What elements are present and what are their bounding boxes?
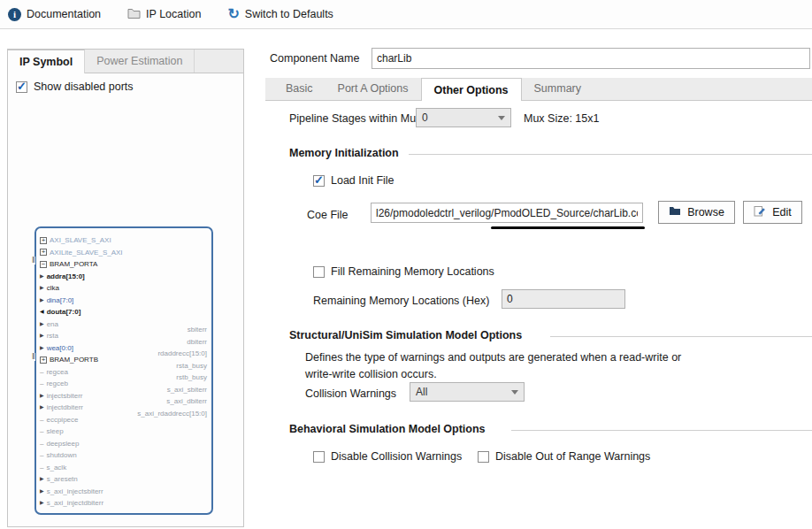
port-stub-icon: [40, 438, 43, 450]
fill-remaining-checkbox[interactable]: Fill Remaining Memory Locations: [313, 265, 494, 278]
tab-summary[interactable]: Summary: [522, 78, 594, 100]
port-label: s_axi_dbiterr: [166, 395, 207, 408]
port-row[interactable]: wea[0:0]: [40, 342, 123, 355]
port-label: clka: [47, 282, 59, 295]
port-row[interactable]: BRAM_PORTA: [40, 258, 123, 271]
plus-icon[interactable]: [40, 356, 47, 364]
remaining-hex-input[interactable]: [502, 289, 625, 309]
port-row[interactable]: douta[7:0]: [40, 306, 123, 318]
ports-right-column: sbiterr dbiterr rdaddrecc[15:0] rsta_bus…: [137, 324, 207, 419]
port-row[interactable]: sleep: [40, 426, 123, 438]
documentation-button[interactable]: Documentation: [8, 8, 101, 21]
tab-power-estimation[interactable]: Power Estimation: [85, 50, 195, 73]
port-row[interactable]: AXI_SLAVE_S_AXI: [40, 234, 123, 247]
toolbar: Documentation IP Location Switch to Defa…: [0, 0, 812, 29]
port-label: s_axi_injectdbiterr: [47, 497, 103, 510]
port-row[interactable]: rdaddrecc[15:0]: [137, 348, 207, 360]
port-row[interactable]: deepsleep: [40, 438, 123, 450]
port-row[interactable]: clka: [40, 282, 123, 295]
disable-collision-warnings-checkbox[interactable]: Disable Collision Warnings: [313, 450, 462, 463]
port-row[interactable]: dina[7:0]: [40, 295, 123, 307]
switch-to-defaults-button[interactable]: Switch to Defaults: [227, 8, 333, 20]
port-row[interactable]: sbiterr: [137, 324, 207, 336]
port-row[interactable]: s_axi_injectdbiterr: [40, 497, 123, 510]
browse-button[interactable]: Browse: [658, 201, 735, 224]
fill-remaining-label: Fill Remaining Memory Locations: [331, 265, 494, 278]
port-row[interactable]: regcea: [40, 366, 123, 379]
port-label: douta[7:0]: [47, 306, 81, 318]
port-row[interactable]: s_axi_rdaddrecc[15:0]: [137, 408, 207, 420]
port-label: AXILite_SLAVE_S_AXI: [50, 247, 123, 259]
pipeline-stages-label: Pipeline Stages within Mux: [289, 112, 421, 125]
port-label: regceb: [46, 378, 67, 390]
disable-out-of-range-checkbox[interactable]: Disable Out of Range Warnings: [478, 450, 650, 463]
port-label: injectdbiterr: [47, 402, 83, 414]
port-in-icon: [40, 486, 44, 498]
port-stub-icon: [40, 378, 43, 390]
memory-initialization-title: Memory Initialization: [289, 147, 399, 159]
collision-warnings-value: All: [416, 386, 506, 398]
port-stub-icon: [40, 462, 43, 474]
tab-port-a-options[interactable]: Port A Options: [326, 78, 421, 100]
load-init-file-label: Load Init File: [331, 174, 395, 187]
port-row[interactable]: regceb: [40, 378, 123, 390]
port-row[interactable]: rsta_busy: [137, 360, 207, 372]
port-label: s_axi_injectsbiterr: [47, 486, 103, 498]
port-row[interactable]: dbiterr: [137, 336, 207, 349]
structural-options-title: Structural/UniSim Simulation Model Optio…: [289, 329, 522, 341]
port-row[interactable]: rstb_busy: [137, 372, 207, 384]
browse-button-label: Browse: [687, 206, 724, 218]
component-name-label: Component Name: [270, 52, 359, 65]
port-row[interactable]: s_aclk: [40, 462, 123, 474]
minus-icon[interactable]: [40, 261, 47, 268]
other-options-content: Pipeline Stages within Mux 0 Mux Size: 1…: [265, 101, 812, 529]
port-label: s_aresetn: [47, 473, 78, 486]
ip-location-button[interactable]: IP Location: [127, 8, 201, 21]
collision-warnings-dropdown[interactable]: All: [410, 382, 525, 402]
port-in-icon: [40, 271, 44, 283]
port-label: wea[0:0]: [47, 342, 73, 355]
plus-icon[interactable]: [40, 249, 47, 256]
port-row[interactable]: injectdbiterr: [40, 402, 123, 414]
port-label: rdaddrecc[15:0]: [157, 348, 207, 360]
pipeline-stages-dropdown[interactable]: 0: [416, 108, 511, 127]
port-label: AXI_SLAVE_S_AXI: [50, 234, 111, 247]
behavioral-options-title: Behavioral Simulation Model Options: [289, 423, 486, 435]
tab-basic[interactable]: Basic: [273, 78, 326, 100]
load-init-file-checkbox[interactable]: Load Init File: [313, 174, 395, 187]
port-row[interactable]: injectsbiterr: [40, 390, 123, 402]
options-panel: Component Name Basic Port A Options Othe…: [265, 42, 812, 529]
section-divider: [550, 336, 812, 337]
tab-other-options[interactable]: Other Options: [421, 78, 522, 101]
port-in-icon: [40, 342, 44, 355]
ports-left-column: AXI_SLAVE_S_AXI AXILite_SLAVE_S_AXI BRAM…: [40, 234, 123, 510]
port-row[interactable]: addra[15:0]: [40, 271, 123, 283]
plus-icon[interactable]: [40, 237, 47, 244]
port-row[interactable]: eccpipece: [40, 414, 123, 426]
port-in-icon: [40, 318, 44, 331]
edit-button[interactable]: Edit: [743, 201, 802, 224]
tab-ip-symbol[interactable]: IP Symbol: [8, 50, 85, 73]
port-row[interactable]: ena: [40, 318, 123, 331]
port-label: addra[15:0]: [47, 271, 85, 283]
switch-to-defaults-label: Switch to Defaults: [245, 8, 333, 20]
component-name-input[interactable]: [372, 48, 810, 69]
show-disabled-ports-checkbox[interactable]: Show disabled ports: [16, 80, 134, 93]
coe-file-input[interactable]: [371, 203, 643, 223]
port-stub-icon: [40, 414, 43, 426]
show-disabled-ports-label: Show disabled ports: [34, 80, 134, 93]
bus-clock-mark-icon: [32, 257, 35, 264]
port-row[interactable]: shutdown: [40, 449, 123, 462]
port-row[interactable]: s_aresetn: [40, 473, 123, 486]
port-label: dbiterr: [187, 336, 207, 349]
collision-warnings-label: Collision Warnings: [305, 387, 396, 400]
bus-clock-mark-icon: [32, 353, 35, 361]
port-row[interactable]: AXILite_SLAVE_S_AXI: [40, 247, 123, 259]
port-row[interactable]: s_axi_injectsbiterr: [40, 486, 123, 498]
port-row[interactable]: s_axi_sbiterr: [137, 384, 207, 396]
port-in-icon: [40, 295, 44, 307]
port-row[interactable]: BRAM_PORTB: [40, 354, 123, 366]
disable-out-of-range-label: Disable Out of Range Warnings: [495, 450, 650, 463]
port-row[interactable]: s_axi_dbiterr: [137, 395, 207, 408]
port-row[interactable]: rsta: [40, 330, 123, 342]
